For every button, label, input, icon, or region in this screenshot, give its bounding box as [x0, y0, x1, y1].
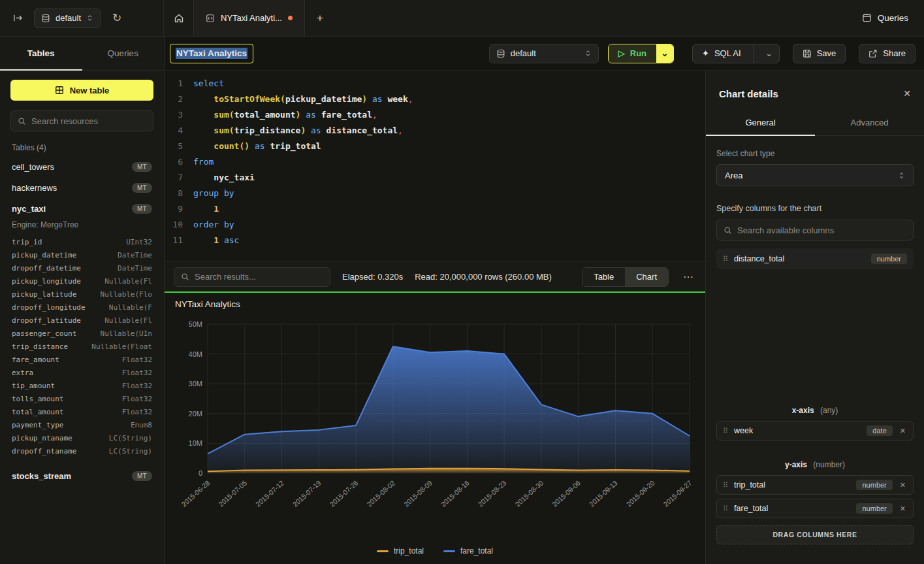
legend-label: fare_total — [460, 546, 493, 556]
engine-badge: MT — [132, 162, 152, 172]
table-column-row[interactable]: dropoff_datetimeDateTime — [10, 261, 153, 274]
work-row: 1234567891011 select toStartOfWeek(picku… — [165, 71, 924, 564]
remove-column-icon[interactable]: ✕ — [899, 427, 907, 435]
unsaved-changes-dot — [288, 16, 293, 20]
legend-item-trip-total[interactable]: trip_total — [377, 546, 424, 556]
table-column-row[interactable]: dropoff_ntanameLC(String) — [10, 444, 153, 457]
specify-columns-label: Specify columns for the chart — [716, 204, 914, 213]
results-search[interactable] — [174, 267, 330, 287]
topbar-spacer — [335, 0, 846, 36]
columns-search[interactable] — [716, 220, 914, 241]
remove-column-icon[interactable]: ✕ — [899, 505, 907, 513]
svg-text:50M: 50M — [189, 320, 202, 328]
table-column-row[interactable]: pickup_datetimeDateTime — [10, 248, 153, 261]
y-axis-block: y-axis (number) ⠿ trip_total number ✕ ⠿ — [716, 460, 914, 554]
drag-handle-icon[interactable]: ⠿ — [723, 505, 728, 513]
sql-editor[interactable]: 1234567891011 select toStartOfWeek(picku… — [165, 71, 705, 261]
columns-search-input[interactable] — [737, 225, 906, 235]
query-database-selector[interactable]: default — [489, 44, 599, 63]
y-axis-item-fare-total[interactable]: ⠿ fare_total number ✕ — [716, 499, 914, 518]
run-options-button[interactable]: ⌄ — [656, 44, 673, 63]
queries-button[interactable]: Queries — [846, 0, 924, 36]
table-column-row[interactable]: trip_idUInt32 — [10, 235, 153, 248]
sidebar-tab-tables[interactable]: Tables — [0, 37, 82, 70]
y-axis-item-trip-total[interactable]: ⠿ trip_total number ✕ — [716, 475, 914, 495]
table-column-row[interactable]: tolls_amountFloat32 — [10, 392, 153, 405]
home-tab[interactable] — [163, 0, 193, 36]
run-button[interactable]: ▷ Run ⌄ — [608, 44, 674, 63]
query-title-input[interactable]: NYTaxi Analytics — [170, 44, 253, 63]
table-column-row[interactable]: dropoff_longitudeNullable(F — [10, 301, 153, 314]
view-toggle-table[interactable]: Table — [582, 268, 625, 286]
topbar-database-selector[interactable]: default — [34, 8, 101, 28]
table-column-row[interactable]: extraFloat32 — [10, 366, 153, 379]
table-row-hackernews[interactable]: hackernews MT — [10, 177, 153, 198]
tab-general[interactable]: General — [706, 110, 815, 135]
topbar-database-value: default — [56, 13, 81, 23]
chevron-down-icon[interactable]: ⌄ — [759, 48, 779, 58]
sql-ai-button[interactable]: ✦ SQL AI ⌄ — [692, 44, 780, 63]
run-button-main[interactable]: ▷ Run — [609, 44, 656, 63]
column-type: Float32 — [122, 395, 152, 403]
search-icon — [181, 273, 189, 281]
share-icon — [868, 49, 878, 58]
engine-badge: MT — [132, 204, 152, 214]
table-column-row[interactable]: payment_typeEnum8 — [10, 418, 153, 431]
run-label: Run — [630, 48, 646, 58]
table-column-row[interactable]: pickup_latitudeNullable(Flo — [10, 288, 153, 301]
sql-code[interactable]: select toStartOfWeek(pickup_datetime) as… — [187, 76, 705, 261]
new-table-label: New table — [70, 86, 110, 95]
column-type: DateTime — [118, 251, 152, 259]
table-column-row[interactable]: passenger_countNullable(UIn — [10, 327, 153, 340]
query-tab-active[interactable]: NYTaxi Analyti... — [193, 0, 305, 36]
column-name: pickup_longitude — [12, 277, 81, 286]
table-name: stocks_stream — [12, 471, 71, 481]
more-options-icon[interactable]: ⋯ — [680, 271, 696, 283]
drag-handle-icon[interactable]: ⠿ — [723, 481, 728, 489]
table-row-stocks-stream[interactable]: stocks_stream MT — [10, 465, 153, 486]
resources-search-input[interactable] — [31, 116, 146, 126]
query-database-value: default — [511, 48, 536, 58]
drag-columns-drop-zone[interactable]: DRAG COLUMNS HERE — [716, 525, 914, 544]
drag-handle-icon[interactable]: ⠿ — [723, 427, 728, 435]
legend-item-fare-total[interactable]: fare_total — [443, 546, 493, 556]
view-toggle-chart[interactable]: Chart — [625, 268, 668, 286]
tab-advanced[interactable]: Advanced — [815, 110, 924, 135]
line-number: 4 — [165, 123, 183, 139]
column-name: trip_id — [12, 238, 42, 246]
drag-handle-icon[interactable]: ⠿ — [723, 255, 728, 263]
x-axis-item-week[interactable]: ⠿ week date ✕ — [716, 421, 914, 440]
available-column-distance-total[interactable]: ⠿ distance_total number — [716, 248, 914, 269]
results-toolbar: Elapsed: 0.320s Read: 20,000,000 rows (2… — [165, 261, 705, 291]
sidebar-tab-queries[interactable]: Queries — [82, 37, 165, 70]
table-column-row[interactable]: pickup_ntanameLC(String) — [10, 431, 153, 444]
queries-icon — [862, 13, 872, 23]
results-search-input[interactable] — [195, 272, 323, 282]
chart-type-select[interactable]: Area — [716, 164, 914, 186]
resources-search[interactable] — [10, 110, 153, 131]
editor-and-results: 1234567891011 select toStartOfWeek(picku… — [165, 71, 705, 564]
share-button[interactable]: Share — [859, 44, 916, 63]
new-tab-button[interactable]: + — [305, 0, 335, 36]
save-button[interactable]: Save — [793, 44, 846, 63]
table-row-cell-towers[interactable]: cell_towers MT — [10, 156, 153, 177]
table-grid-icon — [55, 86, 64, 95]
table-column-row[interactable]: fare_amountFloat32 — [10, 353, 153, 366]
column-name: tip_amount — [12, 382, 55, 390]
table-column-row[interactable]: pickup_longitudeNullable(Fl — [10, 274, 153, 288]
svg-text:20M: 20M — [189, 410, 202, 418]
chart-section: NYTaxi Analytics 010M20M30M40M50M2015-06… — [165, 293, 705, 564]
new-table-button[interactable]: New table — [10, 80, 153, 101]
table-row-nyc-taxi[interactable]: nyc_taxi MT — [10, 198, 153, 219]
column-name: dropoff_latitude — [12, 316, 81, 325]
table-column-row[interactable]: tip_amountFloat32 — [10, 379, 153, 392]
table-column-row[interactable]: trip_distanceNullable(Float — [10, 340, 153, 353]
close-icon[interactable]: ✕ — [903, 88, 911, 99]
collapse-sidebar-icon[interactable] — [9, 10, 26, 27]
table-column-row[interactable]: total_amountFloat32 — [10, 405, 153, 418]
remove-column-icon[interactable]: ✕ — [899, 481, 907, 489]
table-column-row[interactable]: dropoff_latitudeNullable(Fl — [10, 314, 153, 327]
refresh-icon[interactable]: ↻ — [108, 10, 125, 27]
line-number: 5 — [165, 139, 183, 154]
engine-badge: MT — [132, 471, 152, 481]
